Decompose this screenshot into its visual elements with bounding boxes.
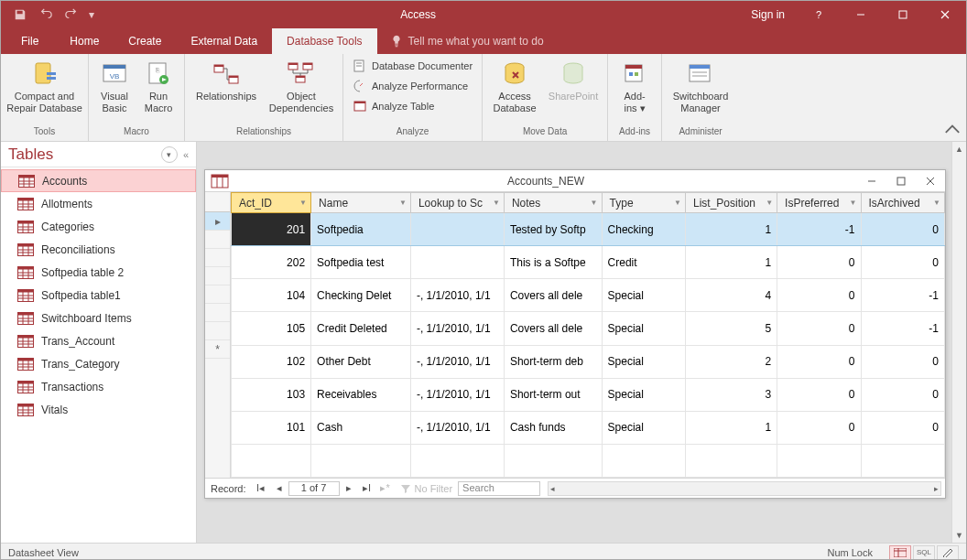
cell[interactable]: 102 (232, 345, 311, 378)
cell[interactable]: 202 (232, 246, 311, 279)
nav-item-softpedia-table1[interactable]: Softpedia table1 (1, 284, 196, 307)
cell[interactable]: -, 1/1/2010, 1/1 (410, 279, 504, 312)
nav-item-allotments[interactable]: Allotments (1, 192, 196, 215)
cell[interactable] (410, 444, 504, 477)
tab-file[interactable]: File (5, 28, 55, 54)
subwindow-maximize-button[interactable] (886, 170, 916, 192)
analyze-performance-button[interactable]: Analyze Performance (349, 76, 476, 96)
table-row[interactable]: 102Other Debt-, 1/1/2010, 1/1Short-term … (232, 345, 945, 378)
cell[interactable]: 0 (861, 411, 944, 444)
view-sql-button[interactable]: SQL (913, 545, 935, 560)
database-documenter-button[interactable]: Database Documenter (349, 56, 476, 76)
cell[interactable]: 0 (777, 411, 861, 444)
nav-item-categories[interactable]: Categories (1, 215, 196, 238)
view-datasheet-button[interactable] (889, 545, 911, 560)
cell[interactable]: Special (602, 345, 685, 378)
visual-basic-button[interactable]: VB Visual Basic (94, 56, 135, 113)
table-row[interactable]: 101Cash-, 1/1/2010, 1/1Cash fundsSpecial… (232, 411, 945, 444)
new-row-selector[interactable]: * (205, 340, 230, 359)
table-row[interactable]: 104Checking Delet-, 1/1/2010, 1/1Covers … (232, 279, 945, 312)
cell[interactable]: 0 (777, 312, 861, 345)
compact-repair-button[interactable]: Compact and Repair Database (6, 56, 82, 113)
add-ins-button[interactable]: Add- ins ▾ (614, 56, 656, 113)
row-selector[interactable] (205, 231, 230, 249)
cell[interactable]: 104 (232, 279, 311, 312)
cell[interactable]: Other Debt (311, 345, 411, 378)
cell[interactable]: 3 (685, 378, 777, 411)
filter-toggle[interactable]: No Filter (395, 483, 459, 494)
cell[interactable]: Checking Delet (311, 279, 411, 312)
cell[interactable]: -, 1/1/2010, 1/1 (410, 378, 504, 411)
cell[interactable] (504, 444, 602, 477)
cell[interactable]: Covers all dele (504, 279, 602, 312)
cell[interactable] (861, 444, 944, 477)
close-button[interactable] (924, 1, 966, 28)
save-icon[interactable] (8, 3, 32, 27)
cell[interactable]: 0 (861, 246, 944, 279)
cell[interactable]: Receivables (311, 378, 411, 411)
subwindow-close-button[interactable] (916, 170, 945, 192)
cell[interactable]: Cash funds (504, 411, 602, 444)
cell[interactable]: Softpedia test (311, 246, 411, 279)
tab-external-data[interactable]: External Data (176, 28, 272, 54)
cell[interactable]: Special (602, 411, 685, 444)
cell[interactable]: 1 (685, 246, 777, 279)
cell[interactable]: Short-term out (504, 378, 602, 411)
tell-me-search[interactable]: Tell me what you want to do (377, 28, 544, 54)
cell[interactable]: Covers all dele (504, 312, 602, 345)
cell[interactable] (232, 444, 311, 477)
new-row[interactable] (232, 444, 945, 477)
cell[interactable]: Checking (602, 213, 685, 246)
record-first-button[interactable]: I◂ (252, 480, 270, 497)
cell[interactable]: 201 (232, 213, 311, 246)
column-dropdown-icon[interactable]: ▼ (848, 197, 859, 208)
help-button[interactable]: ? (798, 1, 840, 28)
cell[interactable]: This is a Softpe (504, 246, 602, 279)
nav-item-softpedia-table-2[interactable]: Softpedia table 2 (1, 261, 196, 284)
object-dependencies-button[interactable]: Object Dependencies (266, 56, 337, 113)
row-selector[interactable] (205, 267, 230, 285)
record-prev-button[interactable]: ◂ (270, 480, 288, 497)
cell[interactable] (777, 444, 861, 477)
cell[interactable] (410, 246, 504, 279)
column-dropdown-icon[interactable]: ▼ (298, 197, 309, 208)
column-header-act-id[interactable]: Act_ID▼ (232, 193, 311, 213)
table-row[interactable]: 105Credit Deleted-, 1/1/2010, 1/1Covers … (232, 312, 945, 345)
cell[interactable]: 0 (777, 378, 861, 411)
analyze-table-button[interactable]: Analyze Table (349, 96, 476, 116)
cell[interactable]: 101 (232, 411, 311, 444)
row-selector[interactable] (205, 285, 230, 304)
maximize-button[interactable] (882, 1, 924, 28)
cell[interactable]: 0 (861, 378, 944, 411)
access-database-button[interactable]: Access Database (488, 56, 541, 113)
cell[interactable]: 0 (777, 246, 861, 279)
cell[interactable]: 1 (685, 411, 777, 444)
nav-heading[interactable]: Tables (8, 145, 161, 164)
row-selector[interactable]: ▸ (205, 212, 230, 231)
cell[interactable]: 0 (861, 213, 944, 246)
tab-home[interactable]: Home (55, 28, 114, 54)
column-header-type[interactable]: Type▼ (602, 193, 685, 213)
row-selector[interactable] (205, 249, 230, 267)
record-new-button[interactable]: ▸* (376, 480, 395, 497)
column-header-notes[interactable]: Notes▼ (504, 193, 602, 213)
row-selector[interactable] (205, 322, 230, 340)
column-header-name[interactable]: Name▼ (311, 193, 411, 213)
qat-dropdown-icon[interactable]: ▾ (85, 3, 98, 27)
cell[interactable]: 0 (861, 345, 944, 378)
column-dropdown-icon[interactable]: ▼ (589, 197, 600, 208)
cell[interactable]: -1 (861, 312, 944, 345)
nav-collapse-button[interactable]: « (183, 149, 189, 160)
cell[interactable] (311, 444, 411, 477)
switchboard-manager-button[interactable]: Switchboard Manager (668, 56, 733, 113)
nav-filter-dropdown[interactable]: ▾ (161, 146, 178, 163)
redo-icon[interactable] (60, 3, 83, 27)
cell[interactable]: Credit (602, 246, 685, 279)
view-design-button[interactable] (937, 545, 959, 560)
scroll-up-icon[interactable]: ▲ (952, 142, 966, 156)
table-row[interactable]: 103Receivables-, 1/1/2010, 1/1Short-term… (232, 378, 945, 411)
cell[interactable] (602, 444, 685, 477)
minimize-button[interactable] (840, 1, 882, 28)
cell[interactable]: Special (602, 279, 685, 312)
nav-item-vitals[interactable]: Vitals (1, 398, 196, 421)
